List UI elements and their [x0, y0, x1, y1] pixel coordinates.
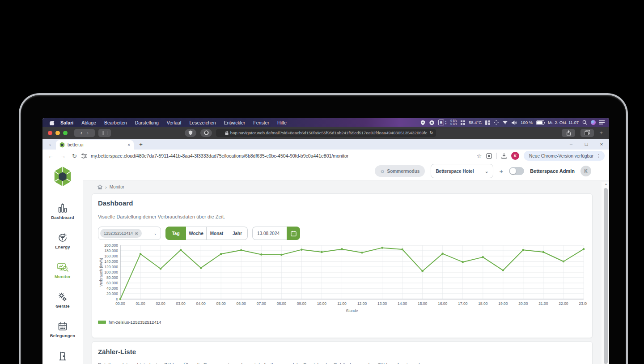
- sidebar-item-monitor[interactable]: Monitor: [42, 256, 83, 285]
- window-maximize-button[interactable]: □: [579, 139, 594, 150]
- meter-select[interactable]: 1252352512414 ⊗ ⌄: [98, 227, 161, 240]
- chrome-profile-avatar[interactable]: K: [511, 152, 519, 160]
- safari-zoom-button[interactable]: [63, 131, 68, 135]
- bitwarden-menu-icon[interactable]: B ▲▼: [438, 120, 447, 125]
- home-icon[interactable]: [97, 184, 102, 189]
- consumption-line-chart[interactable]: 020.00040.00060.00080.000100.000120.0001…: [98, 243, 586, 317]
- browser-back-button[interactable]: ←: [48, 153, 54, 159]
- menubar-item-safari[interactable]: Safari: [56, 120, 77, 125]
- safari-minimize-button[interactable]: [55, 131, 60, 135]
- window-minimize-button[interactable]: –: [564, 139, 579, 150]
- period-button-jahr[interactable]: Jahr: [227, 227, 248, 240]
- safari-extension-badge-icon[interactable]: [200, 129, 212, 137]
- toolbar-divider: [496, 153, 497, 159]
- network-rate-indicator: 0 B/s 0 B/s: [450, 120, 457, 125]
- safari-share-icon[interactable]: [562, 129, 575, 137]
- chip-remove-icon[interactable]: ⊗: [135, 231, 138, 236]
- chrome-update-button[interactable]: Neue Chrome-Version verfügbar ⋮: [524, 151, 605, 161]
- sommermodus-pill[interactable]: ☼ Sommermodus: [375, 165, 425, 177]
- svg-text:12:00: 12:00: [357, 301, 367, 306]
- siri-icon[interactable]: [591, 120, 596, 125]
- add-location-button[interactable]: +: [499, 167, 503, 175]
- safari-reload-icon[interactable]: ↻: [430, 130, 433, 135]
- volume-icon[interactable]: [512, 120, 517, 125]
- svg-text:08:00: 08:00: [277, 301, 287, 306]
- tab-close-icon[interactable]: ×: [127, 142, 130, 147]
- dashboard-title: Dashboard: [98, 199, 586, 207]
- safari-back-icon[interactable]: ‹: [80, 130, 82, 136]
- browser-tab-better-ui[interactable]: better.ui ×: [56, 140, 134, 150]
- stats-grid-icon[interactable]: [461, 120, 465, 125]
- control-center-list-icon[interactable]: [599, 120, 605, 124]
- menubar-item-entwickler[interactable]: Entwickler: [220, 120, 249, 125]
- svg-text:09:00: 09:00: [297, 301, 307, 306]
- browser-reload-button[interactable]: ↻: [72, 153, 77, 159]
- apple-logo-icon[interactable]: [48, 120, 56, 125]
- sidebar-item-belegungen[interactable]: Belegungen: [42, 315, 83, 344]
- breadcrumb-current[interactable]: Monitor: [110, 184, 124, 189]
- menubar-clock[interactable]: Mi. 2. Okt. 11:07: [548, 120, 579, 125]
- safari-history-nav[interactable]: ‹ ›: [74, 129, 95, 137]
- page-scrollbar[interactable]: ▲: [602, 182, 609, 364]
- safari-forward-icon[interactable]: ›: [87, 130, 89, 136]
- menubar-item-verlauf[interactable]: Verlauf: [163, 120, 186, 125]
- sidebar-item-dashboard[interactable]: Dashboard: [42, 197, 83, 226]
- menubar-item-darstellung[interactable]: Darstellung: [131, 120, 163, 125]
- browser-forward-button[interactable]: →: [60, 153, 66, 159]
- bookmark-star-icon[interactable]: ☆: [476, 153, 482, 159]
- scroll-up-arrow[interactable]: ▲: [605, 183, 607, 185]
- safari-sidebar-toggle[interactable]: [98, 129, 111, 137]
- menubar-item-fenster[interactable]: Fenster: [249, 120, 273, 125]
- lock-icon: [225, 131, 229, 135]
- window-tile-icon[interactable]: [485, 120, 490, 125]
- window-close-button[interactable]: ×: [594, 139, 609, 150]
- menu-items: SafariAblageBearbeitenDarstellungVerlauf…: [56, 120, 291, 125]
- new-tab-button[interactable]: +: [136, 140, 145, 149]
- period-button-tag[interactable]: Tag: [165, 227, 186, 240]
- menubar-item-bearbeiten[interactable]: Bearbeiten: [100, 120, 131, 125]
- admin-toggle[interactable]: [509, 167, 524, 175]
- energy-icon: [57, 232, 68, 243]
- toggle-knob: [510, 168, 516, 174]
- safari-close-button[interactable]: [48, 131, 52, 135]
- safari-tabs-icon[interactable]: [580, 129, 594, 137]
- app-sidebar: DashboardEnergyMonitorGeräteBelegungenRä…: [42, 162, 83, 364]
- chrome-menu-dots-icon[interactable]: ⋮: [596, 153, 601, 159]
- move-resize-icon[interactable]: [494, 120, 499, 125]
- breadcrumb-sep-icon: ›: [105, 184, 107, 190]
- hotel-select[interactable]: Betterspace Hotel ⌄: [431, 164, 493, 178]
- svg-text:18:00: 18:00: [478, 301, 488, 306]
- tab-search-chevron-icon[interactable]: ⌄: [46, 140, 54, 148]
- menubar-item-lesezeichen[interactable]: Lesezeichen: [186, 120, 220, 125]
- scrollbar-thumb[interactable]: [604, 188, 608, 364]
- site-settings-tune-icon[interactable]: [81, 154, 87, 158]
- period-button-woche[interactable]: Woche: [186, 227, 207, 240]
- safari-toolbar: ‹ › bap.navigator.: [42, 127, 609, 139]
- svg-text:07:00: 07:00: [257, 301, 267, 306]
- extensions-icon[interactable]: [486, 153, 492, 159]
- svg-text:19:00: 19:00: [498, 301, 508, 306]
- sidebar-item-energy[interactable]: Energy: [42, 226, 83, 256]
- calendar-button[interactable]: [287, 227, 300, 240]
- betterspace-logo[interactable]: [42, 162, 83, 187]
- meter-chip[interactable]: 1252352512414 ⊗: [100, 229, 142, 238]
- safari-extension-shield-icon[interactable]: [185, 129, 196, 137]
- sidebar-item-raeume[interactable]: Räume: [42, 344, 83, 364]
- wifi-icon[interactable]: [502, 120, 508, 125]
- menubar-item-ablage[interactable]: Ablage: [77, 120, 100, 125]
- chrome-address-bar[interactable]: my.betterspace.cloud/480c7da7-5911-441b-…: [81, 153, 476, 158]
- user-avatar[interactable]: K: [580, 166, 591, 176]
- svg-text:160.000: 160.000: [104, 254, 118, 258]
- sidebar-item-geraete[interactable]: Geräte: [42, 285, 83, 315]
- svg-text:00:00: 00:00: [115, 301, 125, 306]
- safari-address-bar[interactable]: bap.navigator.web.de/mail?sid=8eacb6d150…: [216, 129, 436, 137]
- spotlight-search-icon[interactable]: [582, 120, 587, 125]
- adguard-shield-icon[interactable]: [420, 120, 425, 125]
- safari-new-tab-icon[interactable]: +: [599, 129, 603, 136]
- download-icon[interactable]: [501, 153, 507, 159]
- svg-text:22:00: 22:00: [559, 301, 568, 306]
- date-input[interactable]: 13.08.2024: [252, 227, 287, 240]
- cloud-status-icon[interactable]: [429, 120, 435, 125]
- menubar-item-hilfe[interactable]: Hilfe: [273, 120, 291, 125]
- period-button-monat[interactable]: Monat: [207, 227, 227, 240]
